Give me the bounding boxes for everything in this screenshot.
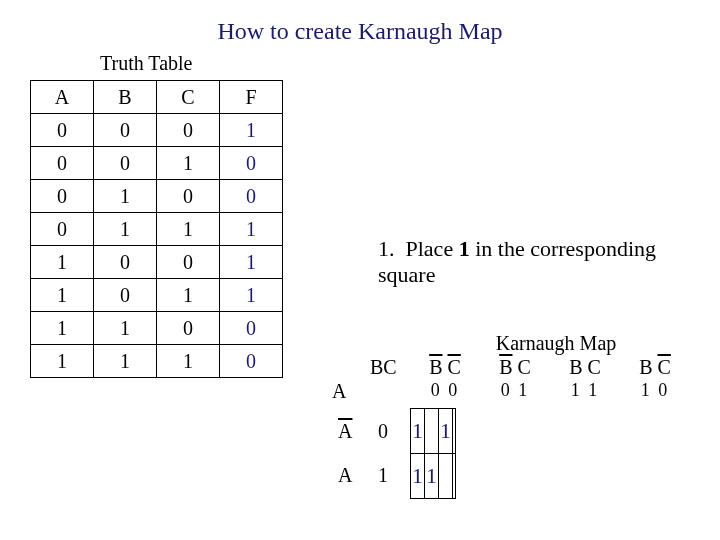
kmap-cell: 1	[411, 409, 425, 454]
kmap-cell	[425, 409, 439, 454]
kmap-grid: 1 1 1 1	[410, 408, 456, 499]
kmap-cell: 1	[439, 409, 453, 454]
table-row: 1100	[31, 312, 283, 345]
table-row: 1011	[31, 279, 283, 312]
step-text: Place 1 in the corresponding square	[378, 236, 656, 287]
kmap-cell	[453, 454, 456, 499]
truth-table-label: Truth Table	[100, 52, 193, 75]
kmap-cell: 1	[425, 454, 439, 499]
kmap-col-header: B C0 0	[410, 356, 480, 401]
kmap-row-header: A	[338, 420, 352, 443]
kmap-col-header: B C1 1	[550, 356, 620, 401]
kmap-row-bit: 1	[378, 464, 388, 487]
kmap-cell	[453, 409, 456, 454]
table-row: A B C F	[31, 81, 283, 114]
kmap-cell	[439, 454, 453, 499]
col-header: F	[220, 81, 283, 114]
table-row: 0100	[31, 180, 283, 213]
page-title: How to create Karnaugh Map	[0, 18, 720, 45]
table-row: 1 1	[411, 409, 456, 454]
table-row: 0111	[31, 213, 283, 246]
kmap-row-bit: 0	[378, 420, 388, 443]
table-row: 0001	[31, 114, 283, 147]
kmap-corner-a: A	[332, 380, 346, 403]
col-header: C	[157, 81, 220, 114]
table-row: 0010	[31, 147, 283, 180]
col-header: B	[94, 81, 157, 114]
kmap-col-header: B C1 0	[620, 356, 690, 401]
step-number: 1.	[378, 236, 400, 262]
kmap-corner-bc: BC	[370, 356, 397, 379]
kmap-label: Karnaugh Map	[456, 332, 656, 355]
kmap-row-header: A	[338, 464, 352, 487]
table-row: 1110	[31, 345, 283, 378]
kmap-cell: 1	[411, 454, 425, 499]
table-row: 1 1	[411, 454, 456, 499]
table-row: 1001	[31, 246, 283, 279]
col-header: A	[31, 81, 94, 114]
truth-table: A B C F 0001 0010 0100 0111 1001 1011 11…	[30, 80, 283, 378]
kmap-col-header: B C0 1	[480, 356, 550, 401]
instruction-step: 1. Place 1 in the corresponding square	[378, 236, 708, 288]
